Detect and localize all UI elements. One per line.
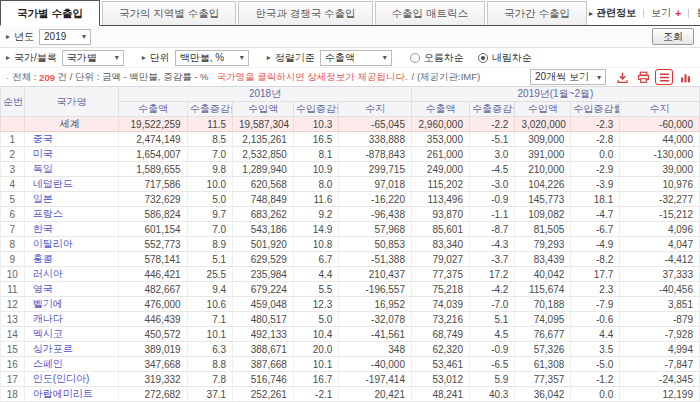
- query-button[interactable]: 조회: [652, 28, 694, 45]
- radio-descending[interactable]: 내림차순: [478, 51, 532, 65]
- value-cell-1: 7.1: [187, 312, 232, 327]
- global-search-link[interactable]: 통합검색: [696, 6, 700, 20]
- plus-icon[interactable]: +: [675, 7, 681, 19]
- sort-filter: ▸ 정렬기준 수출액 ▾: [267, 50, 392, 66]
- value-cell-9: 4,047: [620, 237, 700, 252]
- radio-ascending[interactable]: 오름차순: [410, 51, 464, 65]
- year-select[interactable]: 2019 ▾: [39, 29, 91, 45]
- tab-country-trade[interactable]: 국가별 수출입: [0, 0, 100, 26]
- value-cell-1: 8.5: [187, 132, 232, 147]
- unit-select[interactable]: 백만불, % ▾: [175, 50, 249, 66]
- rank-cell: 18: [1, 387, 25, 402]
- value-cell-5: 62,320: [411, 342, 469, 357]
- country-link[interactable]: 홍콩: [33, 253, 53, 264]
- country-link[interactable]: 프랑스: [33, 208, 63, 219]
- chevron-down-icon: ▾: [115, 53, 119, 62]
- chevron-down-icon: ▾: [597, 73, 601, 82]
- value-cell-4: 97,018: [339, 177, 412, 192]
- download-icon[interactable]: [613, 69, 631, 85]
- country-link[interactable]: 일본: [33, 193, 53, 204]
- country-name-cell: 싱가포르: [24, 342, 118, 357]
- value-cell-7: 77,357: [515, 372, 571, 387]
- header-utility-links: ▸ 관련정보 보기 + 통합검색: [589, 1, 700, 25]
- country-link[interactable]: 중국: [33, 133, 53, 144]
- print-icon[interactable]: [634, 69, 652, 85]
- country-link[interactable]: 멕시코: [33, 328, 63, 339]
- value-cell-9: 10,976: [620, 177, 700, 192]
- tab-trade-matrix[interactable]: 수출입 매트릭스: [375, 1, 485, 25]
- related-info-link[interactable]: 관련정보: [596, 6, 636, 20]
- rank-cell: 16: [1, 357, 25, 372]
- sort-select[interactable]: 수출액 ▾: [320, 50, 392, 66]
- value-cell-5: 85,601: [411, 222, 469, 237]
- value-cell-1: 10.1: [187, 327, 232, 342]
- value-cell-2: 480,517: [233, 312, 294, 327]
- col-group-2018: 2018년: [119, 87, 412, 102]
- value-cell-2: 543,186: [233, 222, 294, 237]
- tab-between-countries[interactable]: 국가간 수출입: [487, 1, 587, 25]
- chart-view-icon[interactable]: [676, 69, 694, 85]
- rank-cell: 6: [1, 207, 25, 222]
- country-block-select[interactable]: 국가별 ▾: [62, 50, 124, 66]
- divider: [688, 9, 689, 18]
- value-cell-2: 459,048: [233, 297, 294, 312]
- table-row: 17인도(인디아)319,3327.8516,74616.7-197,41453…: [1, 372, 700, 387]
- page-size-select[interactable]: 20개씩 보기 ▾: [530, 69, 606, 85]
- value-cell-2: 620,568: [233, 177, 294, 192]
- country-link[interactable]: 캐나다: [33, 313, 63, 324]
- col-header-2018-2: 수입액: [233, 102, 294, 117]
- value-cell-5: 75,218: [411, 282, 469, 297]
- country-block-label: 국가/블록: [14, 51, 57, 65]
- tab-region-trade[interactable]: 국가의 지역별 수출입: [102, 1, 236, 25]
- country-link[interactable]: 독일: [33, 163, 53, 174]
- value-cell-7: 36,042: [515, 387, 571, 402]
- value-cell-8: -5.0: [571, 357, 620, 372]
- rank-cell: [1, 117, 25, 132]
- value-cell-8: -0.6: [571, 312, 620, 327]
- value-cell-3: 11.6: [293, 192, 338, 207]
- view-link[interactable]: 보기: [651, 6, 671, 20]
- country-link[interactable]: 러시아: [33, 268, 63, 279]
- country-link[interactable]: 이탈리아: [33, 238, 73, 249]
- table-row: 3독일1,589,6559.81,289,94010.9299,715249,0…: [1, 162, 700, 177]
- table-row: 18아랍에미리트272,68237.1252,261-2.120,42148,2…: [1, 387, 700, 402]
- country-link[interactable]: 벨기에: [33, 298, 63, 309]
- country-block-value: 국가별: [67, 51, 97, 65]
- value-cell-9: -24,345: [620, 372, 700, 387]
- unit-label: 단위: [150, 51, 170, 65]
- country-link[interactable]: 싱가포르: [33, 343, 73, 354]
- col-header-2018-1: 수출증감률: [187, 102, 232, 117]
- value-cell-9: -32,277: [620, 192, 700, 207]
- value-cell-6: -4.5: [469, 162, 514, 177]
- country-link[interactable]: 스페인: [33, 358, 63, 369]
- rank-cell: 2: [1, 147, 25, 162]
- country-link[interactable]: 네덜란드: [33, 178, 73, 189]
- table-row: 8이탈리아552,7738.9501,92010.850,85383,340-4…: [1, 237, 700, 252]
- value-cell-0: 272,682: [119, 387, 188, 402]
- value-cell-4: -197,414: [339, 372, 412, 387]
- country-link[interactable]: 영국: [33, 283, 53, 294]
- country-link[interactable]: 한국: [33, 223, 53, 234]
- list-view-icon[interactable]: [655, 69, 673, 85]
- col-header-2018-3: 수입증감률: [293, 102, 338, 117]
- value-cell-1: 7.8: [187, 372, 232, 387]
- value-cell-3: 10.4: [293, 327, 338, 342]
- rank-cell: 7: [1, 222, 25, 237]
- tab-competitor-trade[interactable]: 한국과 경쟁국 수출입: [238, 1, 372, 25]
- value-cell-3: 10.9: [293, 162, 338, 177]
- country-link[interactable]: 미국: [33, 148, 53, 159]
- value-cell-0: 446,439: [119, 312, 188, 327]
- year-label: 년도: [14, 30, 34, 44]
- value-cell-4: -51,388: [339, 252, 412, 267]
- value-cell-6: -0.9: [469, 192, 514, 207]
- value-cell-5: 93,870: [411, 207, 469, 222]
- value-cell-0: 476,000: [119, 297, 188, 312]
- ascending-label: 오름차순: [424, 51, 464, 65]
- value-cell-6: -6.5: [469, 357, 514, 372]
- value-cell-2: 387,668: [233, 357, 294, 372]
- tab-list: 국가별 수출입 국가의 지역별 수출입 한국과 경쟁국 수출입 수출입 매트릭스…: [0, 0, 589, 25]
- country-link[interactable]: 아랍에미리트: [33, 388, 93, 399]
- country-link[interactable]: 인도(인디아): [33, 373, 90, 384]
- value-cell-0: 578,141: [119, 252, 188, 267]
- value-cell-9: -7,928: [620, 327, 700, 342]
